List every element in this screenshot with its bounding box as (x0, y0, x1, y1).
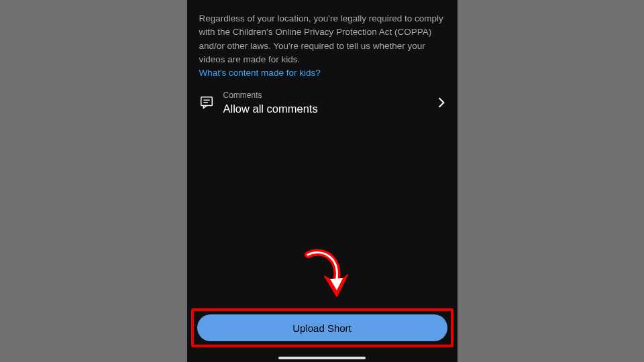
upload-short-button[interactable]: Upload Short (197, 314, 447, 341)
legal-notice-text: Regardless of your location, you're lega… (199, 12, 445, 66)
made-for-kids-link[interactable]: What's content made for kids? (199, 68, 321, 78)
comments-value: Allow all comments (223, 103, 428, 115)
annotation-highlight-box: Upload Short (191, 308, 453, 347)
chevron-right-icon (437, 97, 445, 109)
content-area: Regardless of your location, you're lega… (187, 0, 458, 362)
home-indicator (278, 357, 366, 359)
phone-screen: Regardless of your location, you're lega… (187, 0, 458, 362)
comments-setting-row[interactable]: Comments Allow all comments (199, 90, 445, 115)
comment-icon (199, 95, 214, 110)
comments-label: Comments (223, 90, 428, 101)
svg-rect-0 (201, 97, 212, 106)
comments-setting-body: Comments Allow all comments (223, 90, 428, 115)
